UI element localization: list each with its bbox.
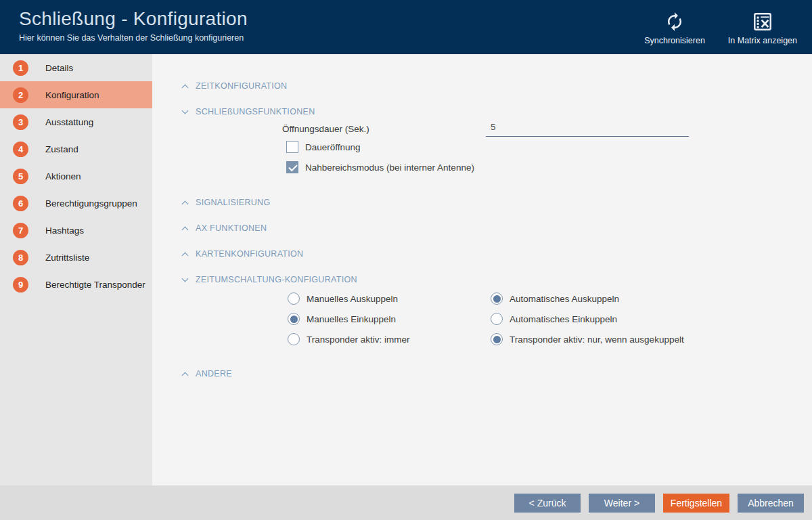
radio-transponder-aktiv-ausgekuppelt[interactable]: Transponder aktiv: nur, wenn ausgekuppel…: [491, 333, 684, 345]
radio-unselected-icon: [288, 333, 300, 345]
radio-label: Manuelles Auskuppeln: [307, 294, 398, 304]
section-ax-funktionen[interactable]: AX FUNKTIONEN: [183, 223, 267, 233]
section-label: KARTENKONFIGURATION: [196, 249, 303, 259]
chevron-down-icon: [182, 276, 189, 282]
section-label: ZEITUMSCHALTUNG-KONFIGURATION: [196, 275, 357, 284]
checkbox-unchecked-icon: [286, 141, 298, 153]
section-zeitkonfiguration[interactable]: ZEITKONFIGURATION: [183, 81, 287, 91]
sidebar-item-ausstattung[interactable]: 3 Ausstattung: [0, 108, 152, 135]
chevron-up-icon: [182, 85, 189, 91]
chevron-up-icon: [182, 227, 189, 234]
step-number-badge: 7: [13, 223, 28, 238]
checkbox-label: Nahbereichsmodus (bei interner Antenne): [305, 162, 474, 173]
synchronize-label: Synchronisieren: [644, 36, 705, 45]
header-text: Schließung - Konfiguration Hier können S…: [0, 0, 248, 54]
radio-selected-icon: [288, 313, 300, 325]
page-title: Schließung - Konfiguration: [19, 8, 248, 30]
radio-label: Automatisches Einkuppeln: [510, 314, 617, 324]
radio-transponder-aktiv-immer[interactable]: Transponder aktiv: immer: [288, 333, 410, 345]
chevron-down-icon: [182, 108, 189, 114]
section-signalisierung[interactable]: SIGNALISIERUNG: [183, 198, 270, 207]
configuration-panel: ZEITKONFIGURATION SCHLIEßUNGSFUNKTIONEN …: [152, 54, 812, 485]
sidebar-item-label: Berechtigungsgruppen: [45, 198, 137, 209]
step-number-badge: 2: [13, 87, 28, 103]
finish-button[interactable]: Fertigstellen: [663, 494, 729, 513]
step-number-badge: 6: [13, 196, 28, 211]
radio-manuelles-auskuppeln[interactable]: Manuelles Auskuppeln: [288, 292, 398, 305]
step-number-badge: 3: [13, 114, 28, 130]
step-number-badge: 4: [13, 142, 28, 157]
sidebar-item-label: Details: [45, 63, 73, 73]
sidebar-item-berechtigungsgruppen[interactable]: 6 Berechtigungsgruppen: [0, 190, 152, 217]
header-actions: Synchronisieren In Matrix anzeigen: [644, 0, 812, 54]
chevron-up-icon: [182, 372, 189, 379]
sidebar-item-label: Zutrittsliste: [45, 253, 89, 263]
radio-label: Automatisches Auskuppeln: [510, 294, 619, 304]
back-button[interactable]: < Zurück: [514, 494, 581, 513]
sidebar-item-zutrittsliste[interactable]: 8 Zutrittsliste: [0, 244, 152, 271]
sidebar-item-label: Ausstattung: [45, 117, 93, 127]
footer-button-bar: < Zurück Weiter > Fertigstellen Abbreche…: [0, 485, 812, 520]
sidebar-item-konfiguration[interactable]: 2 Konfiguration: [0, 81, 152, 108]
radio-automatisches-einkuppeln[interactable]: Automatisches Einkuppeln: [491, 313, 617, 325]
section-label: SIGNALISIERUNG: [196, 198, 270, 207]
section-zeitumschaltung-konfiguration[interactable]: ZEITUMSCHALTUNG-KONFIGURATION: [183, 275, 357, 284]
section-label: SCHLIEßUNGSFUNKTIONEN: [196, 107, 315, 116]
step-number-badge: 1: [13, 60, 28, 76]
sidebar-item-label: Aktionen: [45, 171, 81, 181]
radio-label: Transponder aktiv: nur, wenn ausgekuppel…: [510, 334, 684, 345]
chevron-up-icon: [182, 253, 189, 259]
radio-automatisches-auskuppeln[interactable]: Automatisches Auskuppeln: [491, 292, 619, 305]
step-number-badge: 8: [13, 250, 28, 265]
sync-icon: [664, 9, 685, 34]
show-in-matrix-button[interactable]: In Matrix anzeigen: [728, 9, 797, 54]
section-label: ZEITKONFIGURATION: [196, 81, 287, 91]
radio-selected-icon: [491, 292, 503, 305]
radio-selected-icon: [491, 333, 503, 345]
sidebar-item-berechtigte-transponder[interactable]: 9 Berechtigte Transponder: [0, 271, 152, 298]
title-bar: Schließung - Konfiguration Hier können S…: [0, 0, 812, 54]
step-number-badge: 9: [13, 277, 28, 292]
oeffnungsdauer-label: Öffnungsdauer (Sek.): [282, 124, 369, 134]
chevron-up-icon: [182, 201, 189, 208]
sidebar-item-label: Berechtigte Transponder: [45, 280, 145, 290]
sidebar-item-label: Hashtags: [45, 225, 84, 236]
cancel-button[interactable]: Abbrechen: [738, 494, 804, 513]
section-kartenkonfiguration[interactable]: KARTENKONFIGURATION: [183, 249, 303, 259]
checkbox-label: Daueröffnung: [305, 142, 361, 152]
sidebar-item-hashtags[interactable]: 7 Hashtags: [0, 217, 152, 244]
show-in-matrix-label: In Matrix anzeigen: [728, 36, 797, 45]
page-subtitle: Hier können Sie das Verhalten der Schlie…: [19, 33, 248, 43]
step-number-badge: 5: [13, 169, 28, 184]
section-label: ANDERE: [196, 369, 232, 378]
next-button[interactable]: Weiter >: [589, 494, 655, 513]
radio-unselected-icon: [288, 292, 300, 305]
radio-label: Transponder aktiv: immer: [307, 334, 410, 345]
sidebar-item-zustand[interactable]: 4 Zustand: [0, 135, 152, 162]
synchronize-button[interactable]: Synchronisieren: [644, 9, 705, 54]
sidebar-item-label: Konfiguration: [45, 90, 99, 100]
section-schliessungsfunktionen[interactable]: SCHLIEßUNGSFUNKTIONEN: [183, 107, 315, 116]
checkbox-checked-icon: [286, 161, 298, 173]
radio-unselected-icon: [491, 313, 503, 325]
sidebar-item-label: Zustand: [45, 144, 78, 154]
sidebar-item-aktionen[interactable]: 5 Aktionen: [0, 162, 152, 190]
wizard-step-sidebar: 1 Details 2 Konfiguration 3 Ausstattung …: [0, 54, 152, 485]
radio-manuelles-einkuppeln[interactable]: Manuelles Einkuppeln: [288, 313, 396, 325]
section-andere[interactable]: ANDERE: [183, 369, 232, 378]
oeffnungsdauer-input[interactable]: [486, 119, 689, 137]
matrix-icon: [752, 9, 773, 34]
section-label: AX FUNKTIONEN: [196, 223, 267, 233]
daueroeffnung-checkbox[interactable]: Daueröffnung: [286, 141, 361, 153]
nahbereichsmodus-checkbox[interactable]: Nahbereichsmodus (bei interner Antenne): [286, 161, 474, 173]
radio-label: Manuelles Einkuppeln: [307, 314, 396, 324]
sidebar-item-details[interactable]: 1 Details: [0, 54, 152, 81]
